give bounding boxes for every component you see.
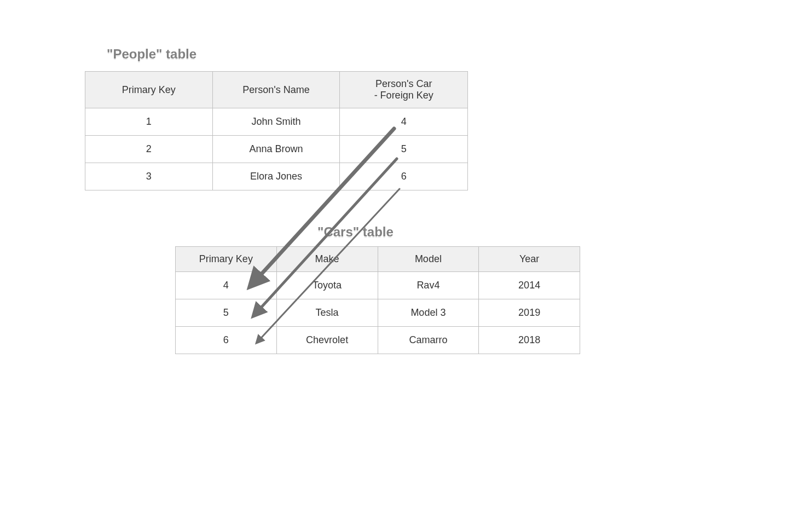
cars-table: Primary Key Make Model Year 4 Toyota Rav… bbox=[175, 246, 580, 354]
cars-cell-pk: 4 bbox=[176, 272, 277, 299]
people-row: 2 Anna Brown 5 bbox=[85, 136, 468, 163]
cars-header-make: Make bbox=[276, 247, 378, 272]
cars-cell-pk: 5 bbox=[176, 299, 277, 327]
people-cell-fk: 5 bbox=[340, 136, 468, 163]
cars-cell-make: Tesla bbox=[276, 299, 378, 327]
cars-cell-year: 2019 bbox=[479, 299, 580, 327]
cars-row: 5 Tesla Model 3 2019 bbox=[176, 299, 580, 327]
people-row: 1 John Smith 4 bbox=[85, 108, 468, 136]
people-header-name: Person's Name bbox=[212, 72, 340, 108]
people-cell-fk: 6 bbox=[340, 163, 468, 190]
people-cell-name: Anna Brown bbox=[212, 136, 340, 163]
people-cell-pk: 1 bbox=[85, 108, 213, 136]
people-header-fk-text: Person's Car- Foreign Key bbox=[374, 78, 433, 101]
cars-cell-model: Rav4 bbox=[378, 272, 479, 299]
cars-cell-year: 2018 bbox=[479, 327, 580, 354]
diagram-canvas: "People" table Primary Key Person's Name… bbox=[0, 0, 798, 532]
people-header-fk: Person's Car- Foreign Key bbox=[340, 72, 468, 108]
people-header-pk: Primary Key bbox=[85, 72, 213, 108]
cars-row: 6 Chevrolet Camarro 2018 bbox=[176, 327, 580, 354]
cars-cell-model: Model 3 bbox=[378, 299, 479, 327]
people-cell-pk: 2 bbox=[85, 136, 213, 163]
cars-cell-year: 2014 bbox=[479, 272, 580, 299]
people-header-row: Primary Key Person's Name Person's Car- … bbox=[85, 72, 468, 108]
cars-header-year: Year bbox=[479, 247, 580, 272]
people-table: Primary Key Person's Name Person's Car- … bbox=[85, 71, 468, 190]
people-cell-pk: 3 bbox=[85, 163, 213, 190]
cars-cell-model: Camarro bbox=[378, 327, 479, 354]
cars-cell-make: Chevrolet bbox=[276, 327, 378, 354]
people-cell-fk: 4 bbox=[340, 108, 468, 136]
cars-header-row: Primary Key Make Model Year bbox=[176, 247, 580, 272]
cars-row: 4 Toyota Rav4 2014 bbox=[176, 272, 580, 299]
cars-cell-pk: 6 bbox=[176, 327, 277, 354]
cars-table-title: "Cars" table bbox=[317, 224, 394, 240]
cars-cell-make: Toyota bbox=[276, 272, 378, 299]
cars-header-model: Model bbox=[378, 247, 479, 272]
people-table-title: "People" table bbox=[107, 47, 196, 62]
people-cell-name: John Smith bbox=[212, 108, 340, 136]
people-row: 3 Elora Jones 6 bbox=[85, 163, 468, 190]
cars-header-pk: Primary Key bbox=[176, 247, 277, 272]
people-cell-name: Elora Jones bbox=[212, 163, 340, 190]
